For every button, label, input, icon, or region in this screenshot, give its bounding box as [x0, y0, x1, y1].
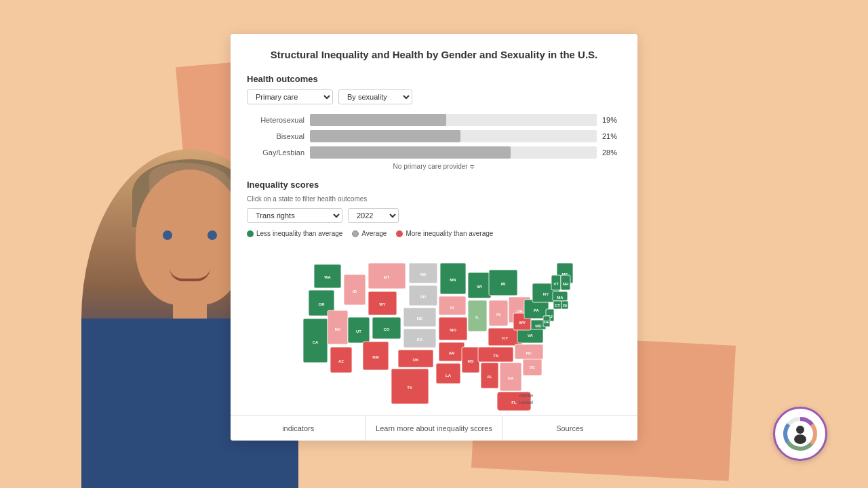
face: [136, 169, 244, 305]
inequality-subtitle: Click on a state to filter health outcom…: [247, 195, 621, 203]
us-map-container: WA OR CA ID NV AZ MT WY UT: [247, 244, 621, 413]
legend-dot-red: [396, 230, 403, 237]
state-sc[interactable]: [523, 358, 542, 375]
bar-pct-bisexual: 21%: [602, 132, 621, 140]
state-nm[interactable]: [363, 342, 389, 370]
state-al[interactable]: [481, 363, 498, 388]
state-az[interactable]: [330, 347, 352, 373]
chart-note: No primary care provider ≑: [247, 163, 621, 170]
inequality-scores-title: Inequality scores: [247, 180, 621, 190]
bar-label-heterosexual: Heterosexual: [247, 116, 304, 124]
state-ga[interactable]: [500, 363, 521, 391]
by-sexuality-dropdown[interactable]: By sexuality By gender: [338, 89, 412, 104]
indicators-button[interactable]: indicators: [231, 416, 366, 441]
bar-container-bisexual: [310, 130, 597, 142]
state-ar[interactable]: [439, 342, 465, 361]
bar-pct-gay-lesbian: 28%: [602, 148, 621, 157]
state-nd[interactable]: [409, 263, 437, 283]
legend-average-label: Average: [361, 230, 387, 237]
eye-left: [163, 230, 172, 240]
state-mn[interactable]: [440, 263, 466, 294]
state-ia[interactable]: [439, 296, 466, 315]
state-in[interactable]: [489, 300, 508, 326]
legend-less-label: Less inequality than average: [256, 230, 342, 237]
state-wi[interactable]: [468, 272, 491, 298]
state-sd[interactable]: [409, 285, 437, 306]
state-tx[interactable]: [391, 369, 429, 404]
card-title: Structural Inequality and Health by Gend…: [247, 47, 621, 62]
main-card: Structural Inequality and Health by Gend…: [231, 34, 637, 441]
state-ma[interactable]: [553, 291, 568, 301]
legend-dot-green: [247, 230, 254, 237]
svg-text:Alaska: Alaska: [518, 393, 533, 398]
bar-container-gay-lesbian: [310, 146, 597, 159]
svg-point-56: [794, 434, 806, 444]
legend-average: Average: [352, 230, 387, 237]
bar-fill-gay-lesbian: [310, 146, 511, 159]
inequality-dropdowns: Trans rights LGBTQ+ rights Healthcare ac…: [247, 208, 621, 223]
state-wy[interactable]: [368, 291, 397, 315]
bar-row-heterosexual: Heterosexual 19%: [247, 114, 621, 126]
bar-fill-heterosexual: [310, 114, 446, 126]
bottom-buttons-row: indicators Learn more about inequality s…: [231, 415, 637, 441]
legend-more-label: More inequality than average: [406, 230, 493, 237]
state-nv[interactable]: [328, 310, 348, 344]
health-dropdowns: Primary care Mental health Preventive ca…: [247, 89, 621, 104]
bar-row-gay-lesbian: Gay/Lesbian 28%: [247, 146, 621, 159]
sources-button[interactable]: Sources: [502, 416, 637, 441]
bar-label-bisexual: Bisexual: [247, 132, 304, 140]
avatar-circle[interactable]: [773, 407, 827, 461]
bar-row-bisexual: Bisexual 21%: [247, 130, 621, 142]
bar-pct-heterosexual: 19%: [602, 116, 621, 124]
state-la[interactable]: [436, 363, 460, 384]
year-dropdown[interactable]: 2020 2021 2022 2023: [348, 208, 399, 223]
state-ri[interactable]: [561, 301, 568, 309]
trans-rights-dropdown[interactable]: Trans rights LGBTQ+ rights Healthcare ac…: [247, 208, 342, 223]
bar-fill-bisexual: [310, 130, 460, 142]
state-nc[interactable]: [515, 344, 543, 359]
primary-care-dropdown[interactable]: Primary care Mental health Preventive ca…: [247, 89, 333, 104]
state-ok[interactable]: [398, 350, 433, 367]
svg-point-55: [796, 426, 804, 434]
state-ct[interactable]: [553, 301, 561, 309]
state-ms[interactable]: [462, 347, 479, 373]
eye-right: [208, 230, 217, 240]
bar-container-heterosexual: [310, 114, 597, 126]
svg-text:Hawaii: Hawaii: [519, 400, 533, 405]
state-mi[interactable]: [489, 270, 517, 296]
legend-less: Less inequality than average: [247, 230, 342, 237]
state-nh[interactable]: [561, 275, 570, 290]
state-tn[interactable]: [478, 347, 513, 362]
state-il[interactable]: [468, 300, 487, 331]
state-mt[interactable]: [368, 263, 406, 289]
us-map-svg: WA OR CA ID NV AZ MT WY UT: [247, 244, 621, 413]
smile: [170, 268, 210, 281]
learn-more-button[interactable]: Learn more about inequality scores: [366, 416, 502, 441]
health-outcomes-title: Health outcomes: [247, 74, 621, 84]
map-legend: Less inequality than average Average Mor…: [247, 230, 621, 237]
avatar-pie-chart: [781, 415, 819, 453]
state-wa[interactable]: [314, 264, 341, 288]
state-ks[interactable]: [403, 329, 436, 348]
state-id[interactable]: [344, 274, 366, 305]
legend-dot-gray: [352, 230, 359, 237]
state-co[interactable]: [372, 317, 401, 339]
bar-label-gay-lesbian: Gay/Lesbian: [247, 148, 304, 157]
state-mo[interactable]: [439, 317, 467, 340]
state-de[interactable]: [543, 316, 550, 327]
state-ca[interactable]: [303, 319, 328, 363]
state-ne[interactable]: [403, 308, 436, 327]
state-ut[interactable]: [348, 317, 370, 343]
state-ky[interactable]: [488, 328, 522, 346]
legend-more: More inequality than average: [396, 230, 493, 237]
state-vt[interactable]: [551, 275, 561, 290]
